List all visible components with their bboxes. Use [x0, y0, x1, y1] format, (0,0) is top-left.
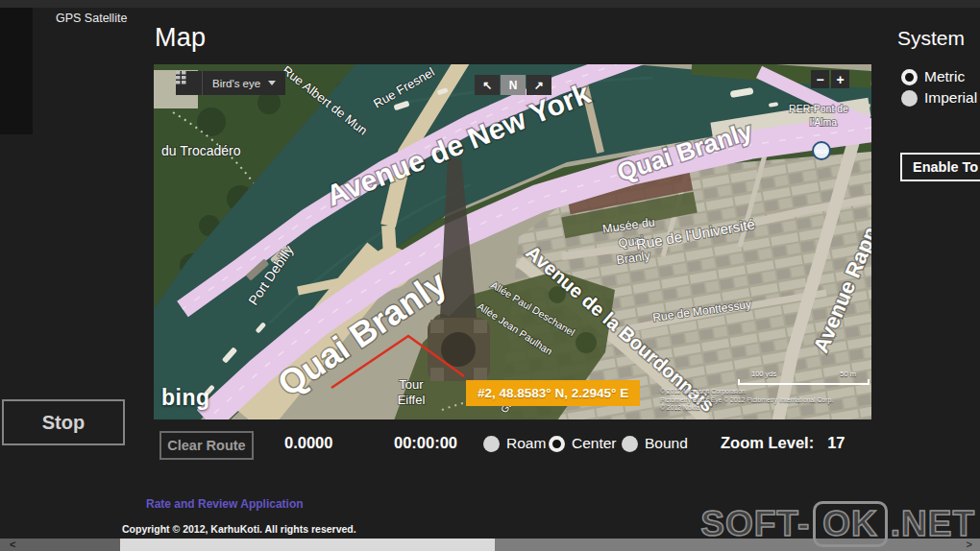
roam-label: Roam [506, 435, 546, 452]
chevron-down-icon [268, 81, 276, 85]
compass-control: ↖ N ↗ [475, 75, 551, 95]
watermark-suffix: .NET [891, 504, 975, 544]
map-attribution: © 2012 Microsoft Corporation Pictometry … [660, 388, 870, 413]
bing-logo: bing [161, 385, 210, 411]
rotate-right-button[interactable]: ↗ [527, 75, 551, 95]
metric-radio[interactable] [901, 69, 918, 85]
map-scalebar: 100 yds 50 m [738, 370, 870, 385]
metric-option[interactable]: Metric [901, 68, 965, 85]
coordinate-badge: #2, 48.8583° N, 2.2945° E [466, 380, 640, 406]
app-title: GPS Satellite [56, 12, 127, 25]
svg-text:du Trocadéro: du Trocadéro [161, 143, 241, 158]
corner-block [0, 8, 33, 134]
scale-secondary: 50 m [840, 370, 856, 378]
map-canvas[interactable]: du Trocadéro Rue Albert de Mun Rue Fresn… [154, 64, 871, 419]
center-radio[interactable] [549, 436, 565, 452]
bound-label: Bound [645, 435, 688, 452]
center-option[interactable]: Center [549, 435, 617, 452]
view-mode-label: Bird's eye [212, 78, 260, 89]
svg-text:Eiffel: Eiffel [398, 393, 426, 407]
view-layers-icon [176, 71, 203, 95]
svg-text:RER-Pont de: RER-Pont de [789, 103, 848, 114]
scrollbar-thumb[interactable] [120, 539, 495, 551]
copyright-text: Copyright © 2012, KarhuKoti. All rights … [122, 523, 356, 535]
rate-review-link[interactable]: Rate and Review Application [146, 497, 304, 511]
rer-station-icon: RER [813, 142, 830, 159]
imperial-option[interactable]: Imperial [901, 89, 977, 107]
rotate-left-button[interactable]: ↖ [475, 75, 500, 95]
soft-ok-watermark: SOFT- OK .NET [700, 501, 975, 547]
scroll-left-arrow[interactable]: < [0, 539, 120, 551]
zoom-level-value: 17 [827, 434, 845, 452]
north-button[interactable]: N [501, 75, 526, 95]
distance-readout: 0.0000 [284, 434, 332, 452]
bound-option[interactable]: Bound [622, 435, 688, 452]
zoom-level-readout: Zoom Level: 17 [721, 434, 845, 452]
zoom-level-label: Zoom Level: [721, 434, 814, 452]
scale-primary: 100 yds [751, 370, 776, 378]
svg-text:RER: RER [816, 149, 828, 155]
map-artwork: du Trocadéro Rue Albert de Mun Rue Fresn… [154, 64, 871, 419]
time-readout: 00:00:00 [394, 434, 457, 452]
bound-radio[interactable] [622, 436, 638, 452]
enable-toast-button[interactable]: Enable To [900, 153, 980, 181]
roam-option[interactable]: Roam [483, 435, 546, 452]
zoom-in-button[interactable]: + [831, 70, 849, 88]
watermark-prefix: SOFT- [700, 504, 810, 544]
system-panel-title: System [897, 27, 965, 50]
roam-radio[interactable] [483, 436, 500, 452]
stop-button[interactable]: Stop [2, 399, 125, 445]
page-title: Map [155, 23, 206, 53]
center-label: Center [572, 435, 617, 452]
top-strip [0, 0, 980, 8]
clear-route-button[interactable]: Clear Route [159, 431, 254, 460]
imperial-label: Imperial [924, 89, 977, 107]
svg-text:l'Alma: l'Alma [810, 116, 837, 128]
map-view-mode-control[interactable]: Bird's eye [176, 71, 285, 95]
metric-label: Metric [924, 68, 965, 85]
watermark-ok-box: OK [813, 501, 888, 547]
zoom-control: − + [811, 70, 849, 88]
svg-text:Tour: Tour [399, 377, 424, 392]
imperial-radio[interactable] [901, 90, 918, 107]
zoom-out-button[interactable]: − [811, 70, 829, 88]
